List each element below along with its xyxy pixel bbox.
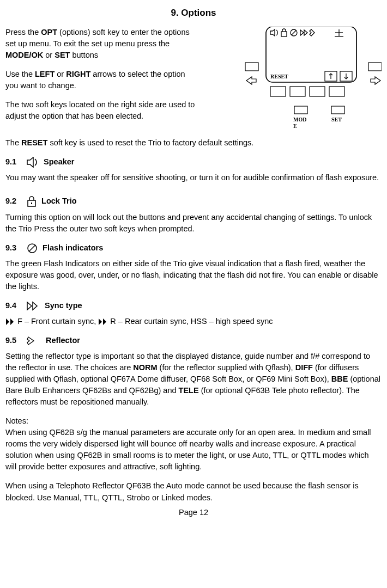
svg-rect-12 [245, 63, 258, 71]
svg-marker-31 [10, 318, 14, 325]
svg-marker-13 [246, 77, 256, 84]
section-9-4-body: F – Front curtain sync, R – Rear curtain… [5, 316, 382, 327]
intro-block: Press the OPT (options) soft key to ente… [5, 27, 382, 134]
rear-sync-icon [98, 318, 108, 326]
section-9-3-body: The green Flash Indicators on either sid… [5, 258, 382, 292]
page-number: Page 12 [5, 507, 382, 518]
sync-icon [26, 301, 40, 311]
section-9-4-head: 9.4 Sync type [5, 300, 382, 311]
intro-p1: Press the OPT (options) soft key to ente… [5, 27, 196, 61]
svg-rect-25 [31, 203, 32, 204]
front-sync-icon [5, 318, 15, 326]
section-9-2-head: 9.2 Lock Trio [5, 195, 382, 207]
noflash-icon [26, 243, 38, 254]
svg-marker-23 [27, 157, 33, 167]
svg-text:E: E [293, 123, 297, 129]
svg-marker-29 [33, 302, 37, 310]
svg-marker-15 [371, 77, 380, 84]
section-9-2-body: Turning this option on will lock out the… [5, 212, 382, 235]
svg-line-27 [29, 245, 35, 252]
section-9-1-head: 9.1 Speaker [5, 156, 382, 168]
reset-label: RESET [270, 74, 288, 79]
speaker-icon [26, 157, 39, 168]
device-diagram: RESET MOD E [240, 27, 382, 134]
svg-marker-30 [6, 318, 9, 325]
set-label: SET [331, 117, 342, 122]
svg-rect-19 [329, 87, 344, 96]
reflector-icon [26, 336, 41, 346]
intro-p2: Use the LEFT or RIGHT arrows to select t… [5, 69, 196, 91]
lock-icon [26, 195, 37, 207]
page-title: 9. Options [5, 7, 382, 20]
section-9-1-body: You may want the speaker off for sensiti… [5, 172, 382, 183]
svg-marker-32 [99, 318, 102, 325]
section-9-5-body: Setting the reflector type is important … [5, 351, 382, 408]
notes-2: When using a Telephoto Reflector QF63B t… [5, 480, 382, 503]
svg-rect-18 [310, 87, 325, 96]
svg-marker-28 [27, 302, 32, 310]
notes-1: When using QF62B s/g the manual paramete… [5, 427, 382, 473]
intro-p4: The RESET soft key is used to reset the … [5, 137, 382, 149]
svg-rect-22 [331, 106, 344, 114]
section-9-5-head: 9.5 Reflector [5, 335, 382, 346]
mode-label: MOD [293, 117, 306, 122]
svg-rect-14 [368, 63, 382, 71]
svg-rect-17 [290, 87, 305, 96]
svg-rect-16 [270, 87, 286, 96]
svg-rect-20 [294, 106, 307, 114]
notes-label: Notes: [5, 415, 382, 427]
section-9-3-head: 9.3 Flash indicators [5, 242, 382, 254]
svg-marker-33 [103, 318, 106, 325]
intro-p3: The two soft keys located on the right s… [5, 99, 196, 122]
